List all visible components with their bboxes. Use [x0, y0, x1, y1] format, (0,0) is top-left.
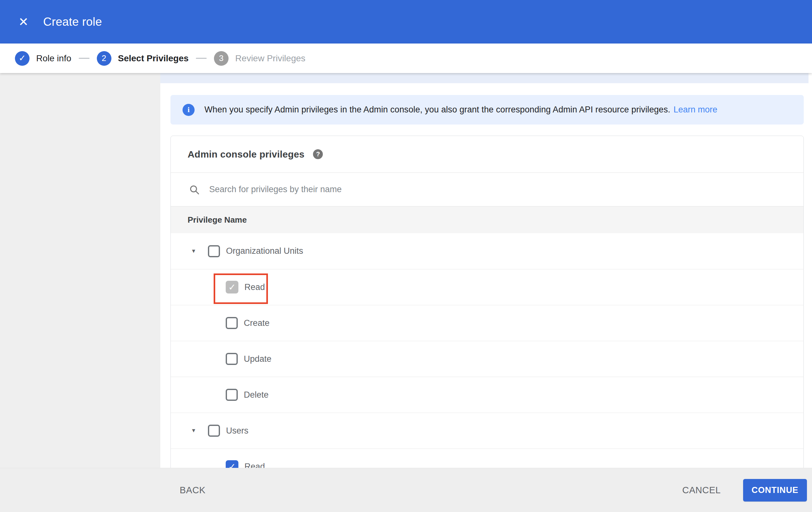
read-checkbox-checked[interactable]: ✓: [226, 281, 238, 294]
delete-checkbox[interactable]: [226, 389, 238, 401]
step-number-circle: 2: [97, 51, 111, 66]
help-icon[interactable]: ?: [313, 149, 323, 159]
privilege-row-read: ✓ Read: [171, 269, 804, 305]
step-label: Select Privileges: [118, 53, 189, 63]
card-title-row: Admin console privileges ?: [171, 136, 804, 172]
update-checkbox[interactable]: [226, 353, 238, 365]
stepper-step-review-privileges[interactable]: 3 Review Privileges: [214, 51, 306, 66]
info-icon: i: [182, 104, 195, 116]
continue-button[interactable]: CONTINUE: [743, 479, 807, 502]
step-number-circle: 3: [214, 51, 229, 66]
privilege-label: Users: [226, 426, 249, 436]
stepper-step-select-privileges[interactable]: 2 Select Privileges: [97, 51, 189, 66]
main-content: i When you specify Admin privileges in t…: [160, 73, 812, 512]
privilege-label: Create: [244, 318, 269, 328]
search-input[interactable]: [209, 185, 804, 194]
privilege-name-column-header: Privilege Name: [171, 206, 804, 233]
stepper-dash: [79, 58, 89, 59]
learn-more-link[interactable]: Learn more: [674, 105, 717, 115]
close-icon[interactable]: ✕: [17, 15, 30, 29]
stepper: ✓ Role info 2 Select Privileges 3 Review…: [0, 44, 812, 73]
chevron-down-icon[interactable]: ▼: [188, 428, 199, 434]
privilege-label: Organizational Units: [226, 246, 303, 256]
scrolled-element-edge: [160, 73, 809, 83]
info-banner: i When you specify Admin privileges in t…: [171, 95, 804, 125]
back-button[interactable]: BACK: [173, 479, 212, 501]
search-row: [171, 172, 804, 206]
step-complete-circle: ✓: [15, 51, 30, 66]
privilege-label: Update: [244, 354, 271, 364]
privilege-label: Delete: [244, 390, 268, 400]
users-checkbox[interactable]: [208, 425, 220, 437]
banner-text: When you specify Admin privileges in the…: [204, 105, 670, 115]
footer-action-bar: BACK CANCEL CONTINUE: [0, 468, 812, 512]
app-header: ✕ Create role: [0, 0, 812, 44]
privilege-label: Read: [244, 282, 265, 292]
step-label: Review Privileges: [235, 53, 306, 63]
privilege-row-organizational-units: ▼ Organizational Units: [171, 233, 804, 269]
stepper-dash: [196, 58, 207, 59]
privilege-row-users: ▼ Users: [171, 412, 804, 449]
page-title: Create role: [43, 15, 102, 29]
create-checkbox[interactable]: [226, 317, 238, 329]
search-icon: [188, 184, 200, 195]
card-title: Admin console privileges: [187, 149, 304, 160]
stepper-step-role-info[interactable]: ✓ Role info: [15, 51, 71, 66]
left-sidebar: [0, 73, 160, 512]
privilege-row-update: Update: [171, 341, 804, 377]
step-label: Role info: [36, 53, 71, 63]
chevron-down-icon[interactable]: ▼: [188, 248, 199, 254]
organizational-units-checkbox[interactable]: [208, 245, 220, 257]
privileges-card: Admin console privileges ? Privilege Nam…: [171, 136, 804, 485]
body: i When you specify Admin privileges in t…: [0, 73, 812, 512]
check-icon: ✓: [19, 53, 26, 63]
privilege-row-delete: Delete: [171, 377, 804, 412]
cancel-button[interactable]: CANCEL: [675, 479, 728, 501]
privilege-row-create: Create: [171, 305, 804, 341]
